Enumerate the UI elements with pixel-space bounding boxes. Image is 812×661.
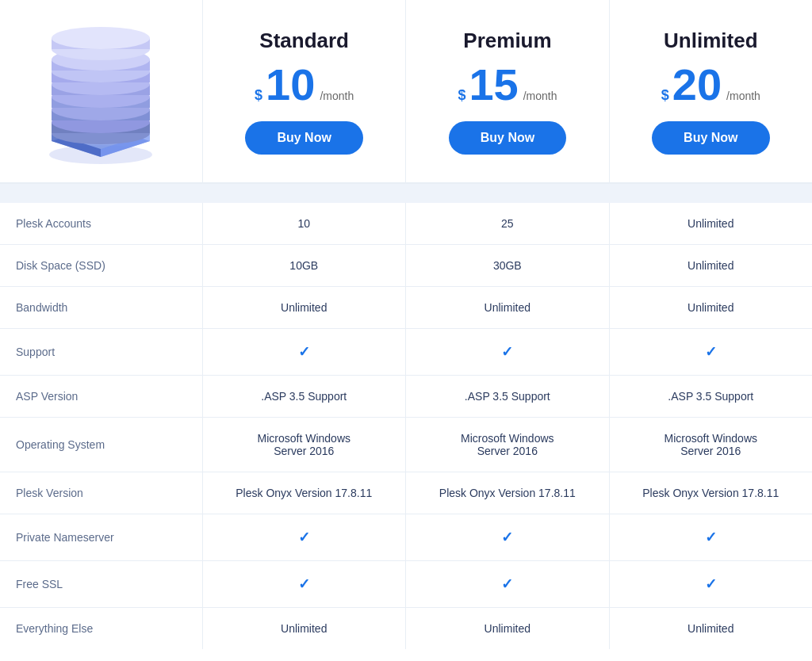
feature-standard-value: Unlimited (202, 287, 406, 329)
feature-unlimited-value: Unlimited (609, 608, 812, 650)
pricing-header: Standard $ 10 /month Buy Now Premium $ 1… (0, 0, 812, 184)
feature-premium-value: 25 (406, 203, 610, 245)
feature-label: Bandwidth (0, 287, 202, 329)
feature-row: Plesk Accounts1025Unlimited (0, 203, 812, 245)
feature-premium-value: Plesk Onyx Version 17.8.11 (406, 472, 610, 514)
feature-unlimited-value: Unlimited (609, 203, 812, 245)
feature-standard-value: Microsoft WindowsServer 2016 (202, 418, 406, 472)
feature-label: Everything Else (0, 608, 202, 650)
standard-plan-header: Standard $ 10 /month Buy Now (202, 0, 405, 182)
checkmark-icon: ✓ (501, 529, 513, 545)
standard-period: /month (320, 90, 354, 102)
feature-unlimited-value: Microsoft WindowsServer 2016 (609, 418, 812, 472)
feature-unlimited-value: ✓ (609, 514, 812, 561)
feature-label: ASP Version (0, 376, 202, 418)
feature-standard-value: Unlimited (202, 608, 406, 650)
premium-price: 15 (469, 63, 518, 107)
logo-cell (0, 0, 202, 182)
checkmark-icon: ✓ (501, 344, 513, 360)
unlimited-currency: $ (661, 87, 669, 104)
unlimited-price-row: $ 20 /month (661, 63, 760, 107)
feature-row: Support✓✓✓ (0, 329, 812, 376)
standard-currency: $ (255, 87, 262, 104)
feature-label: Plesk Accounts (0, 203, 202, 245)
feature-premium-value: ✓ (406, 514, 610, 561)
premium-price-row: $ 15 /month (458, 63, 557, 107)
feature-row: ASP Version.ASP 3.5 Support.ASP 3.5 Supp… (0, 376, 812, 418)
feature-row: Everything ElseUnlimitedUnlimitedUnlimit… (0, 608, 812, 650)
feature-standard-value: .ASP 3.5 Support (202, 376, 406, 418)
checkmark-icon: ✓ (705, 576, 717, 592)
features-table: Plesk Accounts1025UnlimitedDisk Space (S… (0, 203, 812, 649)
standard-price: 10 (266, 63, 315, 107)
feature-standard-value: Plesk Onyx Version 17.8.11 (202, 472, 406, 514)
unlimited-plan-header: Unlimited $ 20 /month Buy Now (609, 0, 812, 182)
feature-premium-value: Unlimited (406, 287, 610, 329)
feature-standard-value: 10 (202, 203, 406, 245)
feature-standard-value: ✓ (202, 561, 406, 608)
unlimited-buy-button[interactable]: Buy Now (652, 121, 769, 155)
feature-label: Plesk Version (0, 472, 202, 514)
feature-premium-value: .ASP 3.5 Support (406, 376, 610, 418)
premium-buy-button[interactable]: Buy Now (449, 121, 566, 155)
feature-premium-value: ✓ (406, 561, 610, 608)
feature-row: BandwidthUnlimitedUnlimitedUnlimited (0, 287, 812, 329)
feature-row: Free SSL✓✓✓ (0, 561, 812, 608)
checkmark-icon: ✓ (501, 576, 513, 592)
checkmark-icon: ✓ (705, 529, 717, 545)
unlimited-plan-name: Unlimited (664, 29, 757, 53)
feature-standard-value: ✓ (202, 329, 406, 376)
feature-label: Private Nameserver (0, 514, 202, 561)
feature-label: Support (0, 329, 202, 376)
premium-currency: $ (458, 87, 465, 104)
checkmark-icon: ✓ (298, 344, 310, 360)
feature-unlimited-value: Unlimited (609, 245, 812, 287)
feature-row: Plesk VersionPlesk Onyx Version 17.8.11P… (0, 472, 812, 514)
premium-plan-header: Premium $ 15 /month Buy Now (405, 0, 608, 182)
standard-plan-name: Standard (259, 29, 349, 53)
feature-row: Private Nameserver✓✓✓ (0, 514, 812, 561)
standard-price-row: $ 10 /month (255, 63, 354, 107)
feature-label: Free SSL (0, 561, 202, 608)
checkmark-icon: ✓ (298, 529, 310, 545)
checkmark-icon: ✓ (298, 576, 310, 592)
feature-row: Operating SystemMicrosoft WindowsServer … (0, 418, 812, 472)
feature-premium-value: Microsoft WindowsServer 2016 (406, 418, 610, 472)
database-illustration (36, 16, 167, 166)
checkmark-icon: ✓ (705, 344, 717, 360)
svg-point-19 (52, 27, 150, 49)
feature-unlimited-value: Unlimited (609, 287, 812, 329)
feature-unlimited-value: ✓ (609, 561, 812, 608)
pricing-container: Standard $ 10 /month Buy Now Premium $ 1… (0, 0, 812, 649)
feature-unlimited-value: Plesk Onyx Version 17.8.11 (609, 472, 812, 514)
feature-unlimited-value: .ASP 3.5 Support (609, 376, 812, 418)
feature-standard-value: ✓ (202, 514, 406, 561)
feature-label: Operating System (0, 418, 202, 472)
feature-standard-value: 10GB (202, 245, 406, 287)
feature-row: Disk Space (SSD)10GB30GBUnlimited (0, 245, 812, 287)
feature-unlimited-value: ✓ (609, 329, 812, 376)
feature-premium-value: 30GB (406, 245, 610, 287)
section-divider (0, 184, 812, 203)
feature-label: Disk Space (SSD) (0, 245, 202, 287)
feature-premium-value: ✓ (406, 329, 610, 376)
unlimited-price: 20 (672, 63, 722, 107)
premium-plan-name: Premium (463, 29, 551, 53)
premium-period: /month (523, 90, 557, 102)
feature-premium-value: Unlimited (406, 608, 610, 650)
unlimited-period: /month (726, 90, 760, 102)
standard-buy-button[interactable]: Buy Now (245, 121, 362, 155)
